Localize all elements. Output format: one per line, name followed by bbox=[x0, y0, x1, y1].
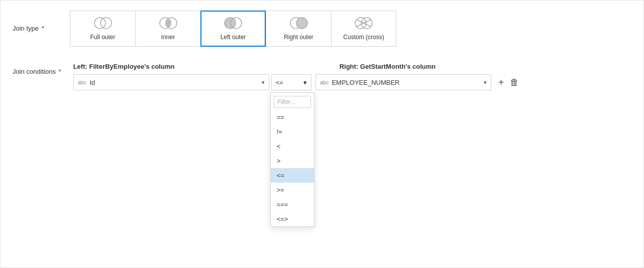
join-btn-left-outer[interactable]: Left outer bbox=[200, 11, 266, 47]
action-icons: + 🗑 bbox=[497, 76, 520, 89]
join-type-text: Join type bbox=[13, 25, 39, 32]
svg-point-1 bbox=[100, 18, 112, 29]
right-outer-label: Right outer bbox=[284, 34, 313, 41]
operator-option-gte[interactable]: >= bbox=[271, 183, 314, 197]
operator-dropdown[interactable]: <= ▾ bbox=[271, 74, 311, 90]
inner-label: Inner bbox=[161, 34, 175, 41]
join-conditions-row: Join conditions * Left: FilterByEmployee… bbox=[13, 63, 631, 90]
conditions-headers: Left: FilterByEmployee's column Right: G… bbox=[73, 63, 631, 70]
operator-dropdown-popup: == != < > <= >= === <=> bbox=[270, 92, 314, 227]
join-btn-custom[interactable]: Custom (cross) bbox=[331, 11, 396, 47]
conditions-content: Left: FilterByEmployee's column Right: G… bbox=[73, 63, 631, 90]
operator-option-strict-eq[interactable]: === bbox=[271, 197, 314, 212]
join-type-label: Join type * bbox=[13, 25, 58, 32]
right-column-chevron-icon: ▾ bbox=[484, 79, 487, 86]
right-column-header: Right: GetStartMonth's column bbox=[340, 63, 436, 70]
svg-point-7 bbox=[296, 18, 307, 29]
join-conditions-text: Join conditions bbox=[13, 68, 56, 75]
join-btn-inner[interactable]: Inner bbox=[135, 11, 200, 47]
left-outer-icon bbox=[222, 16, 244, 31]
left-abc-label: abc bbox=[78, 79, 87, 85]
operator-option-neq[interactable]: != bbox=[271, 124, 314, 139]
right-abc-label: abc bbox=[320, 79, 329, 85]
operator-value: <= bbox=[276, 79, 303, 86]
svg-point-0 bbox=[94, 18, 105, 29]
operator-option-eq[interactable]: == bbox=[271, 110, 314, 124]
delete-condition-button[interactable]: 🗑 bbox=[509, 76, 520, 89]
full-outer-icon bbox=[92, 16, 114, 31]
join-btn-right-outer[interactable]: Right outer bbox=[266, 11, 331, 47]
operator-option-gt[interactable]: > bbox=[271, 154, 314, 168]
svg-point-8 bbox=[355, 18, 366, 29]
join-btn-full-outer[interactable]: Full outer bbox=[70, 11, 135, 47]
left-outer-label: Left outer bbox=[221, 34, 246, 41]
full-outer-label: Full outer bbox=[90, 34, 115, 41]
operator-chevron-icon: ▾ bbox=[303, 79, 307, 86]
right-column-value: EMPLOYEE_NUMBER bbox=[332, 79, 479, 86]
conditions-row: abc Id ▾ <= ▾ abc EMPLOYEE_NUMBER ▾ + bbox=[73, 74, 631, 90]
right-column-dropdown[interactable]: abc EMPLOYEE_NUMBER ▾ bbox=[315, 74, 491, 90]
left-column-chevron-icon: ▾ bbox=[262, 79, 265, 86]
join-conditions-label: Join conditions * bbox=[13, 68, 61, 75]
custom-icon bbox=[353, 16, 375, 31]
main-container: Join type * Full outer Inner bbox=[0, 0, 644, 268]
left-column-dropdown[interactable]: abc Id ▾ bbox=[73, 74, 269, 90]
filter-input-wrap bbox=[271, 93, 314, 110]
svg-point-4 bbox=[225, 18, 236, 29]
operator-option-spaceship[interactable]: <=> bbox=[271, 212, 314, 226]
join-conditions-required: * bbox=[57, 68, 61, 75]
right-outer-icon bbox=[288, 16, 310, 31]
left-column-value: Id bbox=[89, 79, 257, 86]
operator-option-lt[interactable]: < bbox=[271, 139, 314, 154]
svg-point-9 bbox=[361, 18, 372, 29]
inner-icon bbox=[157, 16, 179, 31]
add-condition-button[interactable]: + bbox=[497, 76, 505, 89]
left-column-header: Left: FilterByEmployee's column bbox=[73, 63, 269, 70]
operator-filter-input[interactable] bbox=[274, 96, 311, 108]
operator-option-lte[interactable]: <= bbox=[271, 168, 314, 183]
custom-label: Custom (cross) bbox=[343, 34, 384, 41]
join-type-row: Join type * Full outer Inner bbox=[13, 11, 631, 47]
join-type-required: * bbox=[40, 25, 44, 32]
join-type-buttons: Full outer Inner Left outer bbox=[70, 11, 396, 47]
